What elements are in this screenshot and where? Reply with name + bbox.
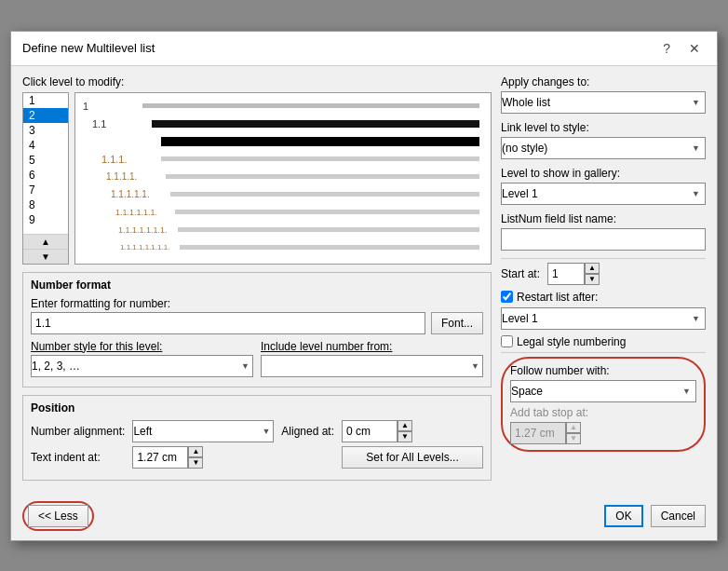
format-input[interactable] — [31, 312, 425, 334]
click-level-label: Click level to modify: — [22, 75, 492, 88]
aligned-at-spinbtns: ▲ ▼ — [398, 420, 412, 442]
restart-list-checkbox[interactable] — [501, 291, 513, 303]
start-at-down[interactable]: ▼ — [585, 274, 600, 285]
preview-bar-2 — [152, 120, 479, 128]
gallery-label: Level to show in gallery: — [501, 167, 706, 180]
text-indent-down[interactable]: ▼ — [188, 457, 203, 469]
start-at-label: Start at: — [501, 267, 540, 280]
apply-changes-dropdown[interactable]: Whole list This point forward — [501, 91, 706, 114]
preview-line-5: 1.1.1.1. — [83, 170, 483, 184]
number-style-label: Number style for this level: — [31, 340, 253, 353]
number-format-section: Number format Enter formatting for numbe… — [22, 272, 492, 387]
legal-style-label: Legal style numbering — [517, 335, 626, 348]
aligned-at-down[interactable]: ▼ — [398, 431, 412, 442]
legal-style-checkbox[interactable] — [501, 335, 513, 347]
text-indent-label: Text indent at: — [31, 451, 125, 464]
add-tab-label: Add tab stop at: — [510, 406, 696, 419]
close-button[interactable]: ✕ — [683, 39, 706, 58]
preview-line-2: 1.1 — [83, 116, 483, 131]
preview-label-9: 1.1.1.1.1.1.1.1. — [120, 243, 176, 252]
preview-line-6: 1.1.1.1.1. — [83, 187, 483, 202]
aligned-at-input[interactable] — [342, 420, 398, 442]
start-at-spinbtns: ▲ ▼ — [585, 263, 600, 285]
enter-formatting-label: Enter formatting for number: — [31, 297, 425, 310]
help-button[interactable]: ? — [657, 39, 676, 58]
less-btn-wrap: << Less — [22, 501, 94, 531]
follow-dropdown-wrap: Space Tab character Nothing — [510, 380, 696, 402]
set-all-levels-button[interactable]: Set for All Levels... — [342, 446, 483, 469]
listnum-input[interactable] — [501, 228, 706, 251]
alignment-label: Number alignment: — [31, 425, 125, 438]
apply-changes-row: Apply changes to: Whole list This point … — [501, 75, 706, 114]
preview-bar-9 — [180, 245, 479, 250]
preview-label-7: 1.1.1.1.1.1. — [115, 208, 171, 217]
link-level-row: Link level to style: (no style) — [501, 121, 706, 159]
start-at-up[interactable]: ▲ — [585, 263, 600, 274]
level-item-3[interactable]: 3 — [23, 123, 68, 138]
restart-list-row: Restart list after: — [501, 291, 706, 304]
level-item-2[interactable]: 2 — [23, 108, 68, 123]
divider-1 — [501, 258, 706, 259]
include-level-dropdown-wrap — [261, 355, 483, 377]
level-item-1[interactable]: 1 — [23, 93, 68, 108]
right-panel: Apply changes to: Whole list This point … — [501, 75, 706, 488]
add-tab-input — [510, 422, 566, 444]
preview-label-4: 1.1.1. — [101, 154, 157, 165]
preview-label-8: 1.1.1.1.1.1.1. — [118, 225, 174, 235]
level-scroll-up[interactable]: ▲ — [23, 234, 68, 249]
ok-button[interactable]: OK — [604, 505, 642, 527]
level-item-7[interactable]: 7 — [23, 183, 68, 197]
follow-number-section: Follow number with: Space Tab character … — [501, 357, 706, 452]
follow-dropdown[interactable]: Space Tab character Nothing — [510, 380, 696, 402]
dialog: Define new Multilevel list ? ✕ Click lev… — [10, 31, 718, 541]
aligned-at-up[interactable]: ▲ — [398, 420, 412, 431]
title-bar: Define new Multilevel list ? ✕ — [11, 32, 717, 66]
style-level-row: Number style for this level: 1, 2, 3, … … — [31, 340, 483, 377]
restart-list-label: Restart list after: — [517, 291, 598, 304]
text-indent-up[interactable]: ▲ — [188, 446, 203, 457]
number-style-col: Number style for this level: 1, 2, 3, … — [31, 340, 253, 377]
level-list-container: 1 2 3 4 5 6 7 8 9 ▲ ▼ — [22, 92, 69, 265]
cancel-button[interactable]: Cancel — [651, 505, 706, 527]
level-item-6[interactable]: 6 — [23, 168, 68, 183]
dialog-title: Define new Multilevel list — [22, 41, 155, 55]
alignment-dropdown-wrap: Left — [132, 420, 274, 442]
dialog-content: Click level to modify: 1 2 3 4 5 6 7 8 — [11, 66, 717, 540]
level-item-9[interactable]: 9 — [23, 212, 68, 227]
apply-changes-label: Apply changes to: — [501, 75, 706, 88]
aligned-at-spinner: ▲ ▼ — [342, 420, 483, 442]
bottom-bar: << Less OK Cancel — [11, 496, 717, 540]
preview-line-8: 1.1.1.1.1.1.1. — [83, 223, 483, 238]
preview-line-1: 1 — [83, 99, 483, 114]
legal-style-row: Legal style numbering — [501, 335, 706, 348]
preview-bar-6 — [170, 192, 479, 197]
preview-bar-1 — [142, 103, 479, 108]
start-at-input[interactable] — [547, 263, 585, 285]
gallery-row: Level to show in gallery: Level 1 Level … — [501, 167, 706, 205]
add-tab-down: ▼ — [566, 433, 581, 444]
number-format-title: Number format — [31, 279, 483, 292]
less-button[interactable]: << Less — [28, 505, 88, 527]
level-item-8[interactable]: 8 — [23, 197, 68, 212]
level-scroll-down[interactable]: ▼ — [23, 249, 68, 264]
alignment-dropdown[interactable]: Left — [132, 420, 274, 442]
left-panel: Click level to modify: 1 2 3 4 5 6 7 8 — [22, 75, 492, 488]
follow-label: Follow number with: — [510, 364, 696, 377]
restart-level-dropdown-wrap: Level 1 — [501, 307, 706, 330]
level-item-5[interactable]: 5 — [23, 153, 68, 168]
level-item-4[interactable]: 4 — [23, 138, 68, 153]
link-level-dropdown[interactable]: (no style) — [501, 137, 706, 159]
aligned-at-label: Aligned at: — [281, 425, 334, 438]
restart-level-dropdown[interactable]: Level 1 — [501, 307, 706, 330]
text-indent-input[interactable] — [132, 446, 188, 469]
preview-bar-7 — [175, 210, 479, 214]
gallery-dropdown-wrap: Level 1 Level 2 Level 3 — [501, 183, 706, 205]
include-level-dropdown[interactable] — [261, 355, 483, 377]
font-button[interactable]: Font... — [431, 312, 483, 334]
number-style-dropdown[interactable]: 1, 2, 3, … — [31, 355, 253, 377]
preview-label-2: 1.1 — [92, 118, 148, 129]
title-bar-controls: ? ✕ — [657, 39, 706, 58]
gallery-dropdown[interactable]: Level 1 Level 2 Level 3 — [501, 183, 706, 205]
divider-2 — [501, 352, 706, 353]
level-list-inner: 1 2 3 4 5 6 7 8 9 — [23, 93, 68, 234]
